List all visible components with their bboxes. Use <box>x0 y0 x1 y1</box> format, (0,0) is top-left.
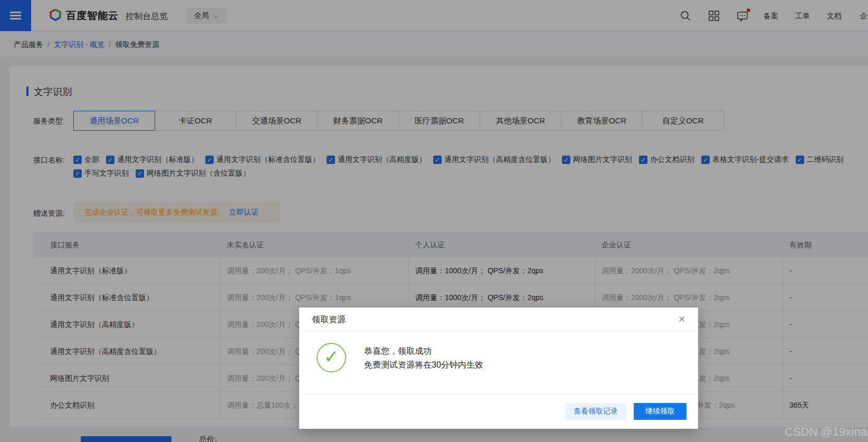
modal-success-detail: 免费测试资源将在30分钟内生效 <box>364 360 483 371</box>
modal-header: 领取资源 ✕ <box>299 308 698 331</box>
continue-claim-button[interactable]: 继续领取 <box>634 403 686 420</box>
claim-resource-modal: 领取资源 ✕ 恭喜您，领取成功 免费测试资源将在30分钟内生效 查看领取记录 继… <box>299 308 698 429</box>
view-records-button[interactable]: 查看领取记录 <box>565 403 626 420</box>
csdn-watermark: CSDN @19xinan <box>785 425 868 439</box>
close-icon[interactable]: ✕ <box>676 314 688 325</box>
modal-title: 领取资源 <box>312 308 346 331</box>
page-root: 百度智能云 控制台总览 全局 备案 工单 文档 企业 产品服务 / 文字识别 -… <box>0 0 868 442</box>
modal-footer-divider <box>299 393 698 394</box>
modal-success-message: 恭喜您，领取成功 <box>364 346 432 357</box>
success-check-icon <box>317 343 346 372</box>
